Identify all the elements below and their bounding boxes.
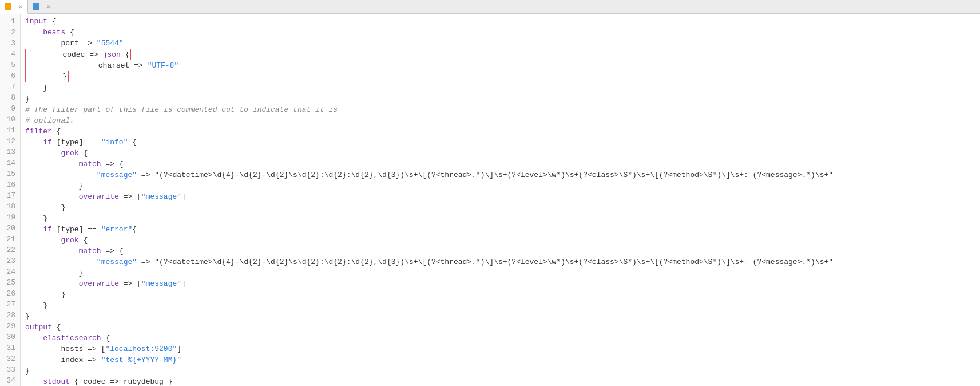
code-line-30: elasticsearch { — [25, 333, 980, 344]
code-line-25: overwrite => ["message"] — [25, 278, 980, 289]
line-number-23: 23 — [2, 255, 15, 266]
line-number-28: 28 — [2, 310, 15, 321]
tab-close-logstash[interactable]: ✕ — [19, 3, 23, 10]
line-number-21: 21 — [2, 234, 15, 245]
code-line-29: output { — [25, 322, 980, 333]
code-line-3: port => "5544" — [25, 38, 980, 49]
tab-icon-logstash — [5, 3, 11, 10]
line-number-14: 14 — [2, 157, 15, 168]
line-number-9: 9 — [2, 103, 15, 114]
tab-logstash[interactable]: ✕ — [0, 0, 28, 14]
code-line-20: if [type] == "error"{ — [25, 224, 980, 235]
line-number-27: 27 — [2, 299, 15, 310]
line-number-34: 34 — [2, 375, 15, 386]
tab-close-filebeat[interactable]: ✕ — [47, 3, 51, 10]
code-line-26: } — [25, 289, 980, 300]
code-line-12: if [type] == "info" { — [25, 137, 980, 148]
line-number-7: 7 — [2, 81, 15, 92]
code-line-6: } — [25, 71, 980, 82]
code-line-27: } — [25, 300, 980, 311]
line-number-20: 20 — [2, 223, 15, 234]
line-number-22: 22 — [2, 245, 15, 255]
line-number-16: 16 — [2, 179, 15, 190]
line-number-17: 17 — [2, 190, 15, 201]
line-number-24: 24 — [2, 266, 15, 277]
line-number-8: 8 — [2, 92, 15, 103]
code-line-16: } — [25, 180, 980, 191]
tab-filebeat[interactable]: ✕ — [28, 0, 56, 13]
code-line-2: beats { — [25, 27, 980, 38]
code-line-1: input { — [25, 16, 980, 27]
code-line-11: filter { — [25, 126, 980, 137]
code-line-8: } — [25, 93, 980, 104]
line-number-4: 4 — [2, 49, 15, 60]
line-number-31: 31 — [2, 342, 15, 353]
line-numbers: 1234567891011121314151617181920212223242… — [0, 14, 21, 386]
code-line-33: } — [25, 365, 980, 376]
line-number-11: 11 — [2, 125, 15, 136]
code-line-4: codec => json { — [25, 49, 980, 60]
editor-container: ✕ ✕ 123456789101112131415161718192021222… — [0, 0, 980, 386]
line-number-19: 19 — [2, 212, 15, 223]
line-number-32: 32 — [2, 353, 15, 364]
line-number-30: 30 — [2, 332, 15, 342]
tab-icon-filebeat — [33, 3, 39, 10]
line-number-12: 12 — [2, 136, 15, 147]
code-area: 1234567891011121314151617181920212223242… — [0, 14, 980, 386]
line-number-33: 33 — [2, 364, 15, 375]
code-line-9: # The filter part of this file is commen… — [25, 104, 980, 115]
line-number-5: 5 — [2, 60, 15, 70]
line-number-15: 15 — [2, 168, 15, 179]
code-line-14: match => { — [25, 159, 980, 170]
code-content[interactable]: input { beats { port => "5544" codec => … — [21, 14, 980, 386]
code-line-18: } — [25, 202, 980, 213]
code-line-19: } — [25, 213, 980, 224]
code-line-32: index => "test-%{+YYYY-MM}" — [25, 355, 980, 365]
code-line-10: # optional. — [25, 115, 980, 126]
code-line-5: charset => "UTF-8" — [25, 60, 980, 71]
code-line-7: } — [25, 82, 980, 93]
tab-bar: ✕ ✕ — [0, 0, 980, 14]
code-line-28: } — [25, 311, 980, 322]
code-line-24: } — [25, 267, 980, 278]
line-number-18: 18 — [2, 201, 15, 212]
code-line-21: grok { — [25, 235, 980, 246]
code-line-15: "message" => "(?<datetime>\d{4}-\d{2}-\d… — [25, 170, 980, 180]
code-line-34: stdout { codec => rubydebug } — [25, 376, 980, 386]
line-number-6: 6 — [2, 70, 15, 81]
line-number-25: 25 — [2, 277, 15, 288]
line-number-2: 2 — [2, 27, 15, 38]
line-number-1: 1 — [2, 16, 15, 27]
code-line-31: hosts => ["localhost:9200"] — [25, 344, 980, 355]
line-number-13: 13 — [2, 147, 15, 157]
line-number-10: 10 — [2, 114, 15, 125]
code-line-23: "message" => "(?<datetime>\d{4}-\d{2}-\d… — [25, 257, 980, 267]
line-number-3: 3 — [2, 38, 15, 49]
code-line-22: match => { — [25, 246, 980, 257]
code-line-17: overwrite => ["message"] — [25, 191, 980, 202]
line-number-26: 26 — [2, 288, 15, 299]
code-line-13: grok { — [25, 148, 980, 159]
line-number-29: 29 — [2, 321, 15, 332]
